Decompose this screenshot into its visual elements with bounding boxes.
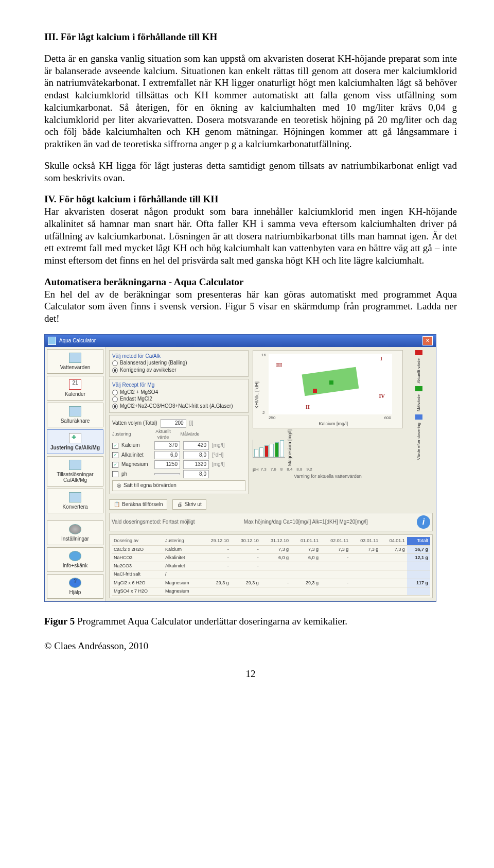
section3-text1: Detta är en ganska vanlig situation som … (44, 53, 457, 150)
page-number: 12 (44, 668, 457, 680)
legend: Aktuellt värde Målvärde Värde efter dose… (405, 350, 433, 494)
section4-heading: IV. För högt kalcium i förhållande till … (44, 194, 218, 204)
method-panel: Välj metod för Ca/Alk Balanserad justeri… (109, 350, 249, 377)
param-check-0[interactable]: ✓ (112, 443, 118, 449)
y-axis-label: KH/Alk. [°dH] (254, 381, 260, 409)
sidebar-item-adjust[interactable]: Justering Ca/Alk/Mg (47, 429, 103, 454)
param-name-0: Kalcium (121, 442, 151, 449)
gear-icon (69, 524, 81, 534)
param-mal-2[interactable]: 1320 (183, 460, 209, 469)
figure-caption: Figur 5 Programmet Aqua Calculator under… (44, 615, 457, 628)
method-label: Välj metod för Ca/Alk (112, 353, 245, 360)
app-title: Aqua Calculator (59, 338, 96, 344)
th-9: Totalt (407, 537, 430, 545)
ph-axis-label: pH (253, 467, 259, 473)
param-check-3[interactable] (112, 471, 118, 477)
sidebar: Vattenvärden 21Kalender Salturäknare Jus… (45, 347, 106, 601)
section3-text2: Skulle också KH ligga för lågt justeras … (44, 160, 457, 184)
target-point (329, 380, 333, 385)
table-row: MgSO4 x 7 H2OMagnesium (112, 587, 430, 595)
vol-input[interactable]: 200 (161, 419, 186, 428)
th-1: Justering (163, 537, 201, 545)
param-akt-0[interactable]: 370 (154, 441, 180, 450)
dosing-table: Dosering avJustering29.12.1030.12.1031.1… (109, 534, 433, 598)
th-6: 02.01.11 (321, 537, 350, 545)
vol-label: Vatten volym (Total) (112, 420, 157, 427)
param-akt-1[interactable]: 6,0 (154, 451, 180, 460)
th-2: 29.12.10 (201, 537, 231, 545)
flask-icon (69, 460, 81, 470)
param-name-2: Magnesium (121, 461, 151, 468)
set-targets-button[interactable]: ◎Sätt till egna börvärden (112, 480, 245, 491)
param-akt-2[interactable]: 1250 (154, 460, 180, 469)
param-name-1: Alkalinitet (121, 452, 151, 459)
recipe-panel: Välj Recept för Mg MgCl2 + MgSO4 Endast … (109, 379, 249, 413)
calc-icon: 📋 (114, 501, 120, 508)
target-icon: ◎ (117, 482, 121, 489)
ph-ticks: 7,37,688,48,89,2 (261, 467, 312, 472)
chart-warning: Varning för aktuella vattenvärden (253, 474, 403, 479)
sidebar-item-salt[interactable]: Salturäknare (47, 403, 103, 427)
table-row: NaCl-fritt salt/ (112, 570, 430, 579)
app-icon (48, 337, 56, 345)
sidebar-item-info[interactable]: Info+skänk (47, 547, 103, 572)
sidebar-item-additive[interactable]: Tillsatslösningar Ca/Alk/Mg (47, 456, 103, 487)
info-icon (69, 551, 81, 561)
method-opt-1[interactable]: Korrigering av avvikelser (112, 367, 245, 374)
main-panel: Välj metod för Ca/Alk Balanserad justeri… (106, 347, 436, 601)
th-8: 04.01.1 (380, 537, 407, 545)
chart-icon (69, 353, 81, 363)
zone-2: II (306, 404, 310, 411)
section3-heading: III. För lågt kalcium i förhållande till… (44, 31, 457, 43)
sidebar-item-water[interactable]: Vattenvärden (47, 349, 103, 374)
info-bubble-icon[interactable]: i (417, 515, 430, 529)
recipe-opt-1[interactable]: Endast MgCl2 (112, 396, 245, 403)
sidebar-item-settings[interactable]: Inställningar (47, 520, 103, 545)
th-4: 31.12.10 (261, 537, 291, 545)
close-icon[interactable]: × (422, 336, 433, 345)
param-mal-3[interactable]: 8,0 (183, 470, 209, 479)
param-name-3: ph (121, 471, 151, 478)
param-mal-1[interactable]: 8,0 (183, 451, 209, 460)
plus-icon (69, 433, 81, 443)
table-header-bar: Vald doseringsmetod: Fortast möjligt Max… (109, 513, 433, 531)
x-axis-label: Kalcium [mg/l] (319, 421, 348, 427)
param-mal-0[interactable]: 420 (183, 441, 209, 450)
section5-heading: Automatisera beräkningarna - Aqua Calcul… (44, 276, 243, 287)
calendar-icon: 21 (69, 379, 81, 390)
zone-4: IV (379, 393, 384, 400)
sidebar-item-help[interactable]: ?Hjälp (47, 574, 103, 599)
param-akt-3[interactable] (154, 473, 180, 475)
table-row: Na2CO3Alkalinitet-- (112, 562, 430, 570)
sidebar-item-convert[interactable]: Konvertera (47, 489, 103, 513)
salt-icon (69, 406, 81, 416)
table-row: MgCl2 x 6 H2OMagnesium29,3 g29,3 g-29,3 … (112, 579, 430, 587)
print-icon: 🖨 (177, 501, 182, 508)
th-0: Dosering av (112, 537, 163, 545)
aqua-calculator-screenshot: Aqua Calculator × Vattenvärden 21Kalende… (44, 334, 436, 602)
recipe-opt-2[interactable]: MgCl2+Na2-CO3/HCO3+NaCl-fritt salt (A.Gl… (112, 403, 245, 410)
help-icon: ? (69, 578, 81, 588)
th-3: 30.12.10 (231, 537, 261, 545)
param-check-2[interactable]: ✓ (112, 462, 118, 468)
current-point (313, 389, 317, 393)
sidebar-item-calendar[interactable]: 21Kalender (47, 376, 103, 401)
titlebar: Aqua Calculator × (45, 335, 436, 347)
params-panel: Vatten volym (Total)200[l] JusteringAktu… (109, 415, 249, 494)
print-button[interactable]: 🖨Skriv ut (172, 499, 206, 510)
credit: © Claes Andréasson, 2010 (44, 640, 457, 652)
section5-para: Automatisera beräkningarna - Aqua Calcul… (44, 276, 457, 325)
kh-ca-chart: I II III IV KH/Alk. [°dH] Kalcium [mg/l]… (253, 350, 403, 428)
mg-axis-label: Magnesium [mg/l] (287, 429, 293, 466)
method-opt-0[interactable]: Balanserad justering (Balling) (112, 360, 245, 367)
section4-para: IV. För högt kalcium i förhållande till … (44, 193, 457, 267)
table-row: NaHCO3Alkalinitet--6,0 g6,0 g-12,1 g (112, 553, 430, 562)
recipe-opt-0[interactable]: MgCl2 + MgSO4 (112, 389, 245, 396)
recipe-label: Välj Recept för Mg (112, 382, 245, 389)
param-check-1[interactable]: ✓ (112, 452, 118, 458)
th-5: 01.01.11 (291, 537, 321, 545)
calc-button[interactable]: 📋Beräkna tillförseln (109, 499, 167, 510)
table-row: CaCl2 x 2H2OKalcium--7,3 g7,3 g7,3 g7,3 … (112, 545, 430, 553)
th-7: 03.01.11 (350, 537, 380, 545)
zone-3: III (276, 362, 282, 369)
